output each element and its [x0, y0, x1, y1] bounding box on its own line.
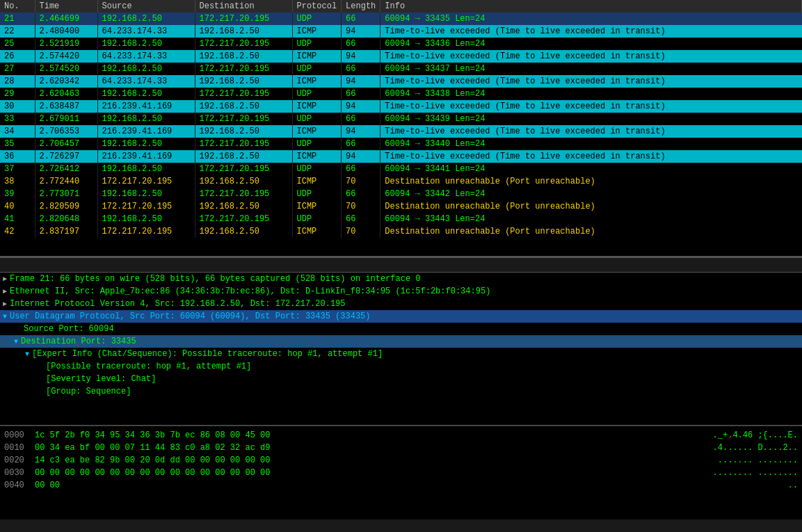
cell-5: 66: [342, 38, 380, 50]
cell-3: 172.217.20.195: [195, 113, 292, 125]
cell-4: ICMP: [292, 100, 342, 113]
detail-row-udp[interactable]: ▼User Datagram Protocol, Src Port: 60094…: [0, 310, 802, 323]
cell-3: 192.168.2.50: [195, 75, 292, 88]
cell-5: 70: [342, 175, 380, 188]
cell-6: Destination unreachable (Port unreachabl…: [380, 200, 802, 213]
detail-row-group[interactable]: [Group: Sequence]: [0, 385, 802, 398]
cell-6: Destination unreachable (Port unreachabl…: [380, 175, 802, 188]
detail-row-ipv4[interactable]: ►Internet Protocol Version 4, Src: 192.1…: [0, 298, 802, 310]
detail-row-frame[interactable]: ►Frame 21: 66 bytes on wire (528 bits), …: [0, 273, 802, 285]
cell-1: 2.464699: [35, 13, 97, 25]
cell-1: 2.638487: [35, 100, 97, 113]
cell-2: 216.239.41.169: [97, 125, 195, 138]
table-row[interactable]: 212.464699192.168.2.50172.217.20.195UDP6…: [0, 13, 802, 25]
cell-2: 192.168.2.50: [97, 138, 195, 150]
detail-row-severity[interactable]: [Severity level: Chat]: [0, 373, 802, 385]
cell-4: ICMP: [292, 225, 342, 238]
cell-4: ICMP: [292, 200, 342, 213]
arrow-frame: ►: [3, 275, 7, 283]
table-row[interactable]: 332.679011192.168.2.50172.217.20.195UDP6…: [0, 113, 802, 125]
arrow-ethernet: ►: [3, 288, 7, 296]
packet-table-container: No. Time Source Destination Protocol Len…: [0, 0, 802, 257]
cell-5: 94: [342, 100, 380, 113]
cell-6: 60094 → 33438 Len=24: [380, 88, 802, 100]
cell-0: 21: [0, 13, 35, 25]
table-row[interactable]: 262.57442064.233.174.33192.168.2.50ICMP9…: [0, 50, 802, 63]
hex-offset: 0000: [4, 429, 29, 442]
table-row[interactable]: 222.48040064.233.174.33192.168.2.50ICMP9…: [0, 25, 802, 38]
cell-4: UDP: [292, 163, 342, 175]
hex-bytes: 14 c3 ea be 82 9b 00 20 0d dd 00 00 00 0…: [35, 454, 712, 467]
cell-6: Time-to-live exceeded (Time to live exce…: [380, 25, 802, 38]
detail-row-expert-info[interactable]: ▼[Expert Info (Chat/Sequence): Possible …: [0, 348, 802, 360]
table-row[interactable]: 252.521919192.168.2.50172.217.20.195UDP6…: [0, 38, 802, 50]
cell-6: Time-to-live exceeded (Time to live exce…: [380, 150, 802, 163]
detail-row-ethernet[interactable]: ►Ethernet II, Src: Apple_7b:ec:86 (34:36…: [0, 285, 802, 298]
hex-bytes: 1c 5f 2b f0 34 95 34 36 3b 7b ec 86 08 0…: [35, 429, 707, 442]
table-row[interactable]: 422.837197172.217.20.195192.168.2.50ICMP…: [0, 225, 802, 238]
cell-2: 192.168.2.50: [97, 63, 195, 75]
cell-6: 60094 → 33442 Len=24: [380, 188, 802, 200]
table-row[interactable]: 372.726412192.168.2.50172.217.20.195UDP6…: [0, 163, 802, 175]
cell-1: 2.679011: [35, 113, 97, 125]
table-row[interactable]: 392.773071192.168.2.50172.217.20.195UDP6…: [0, 188, 802, 200]
hex-row: 002014 c3 ea be 82 9b 00 20 0d dd 00 00 …: [4, 454, 798, 467]
cell-5: 94: [342, 75, 380, 88]
cell-0: 30: [0, 100, 35, 113]
hex-bytes: 00 00: [35, 479, 783, 492]
cell-3: 172.217.20.195: [195, 163, 292, 175]
cell-4: UDP: [292, 138, 342, 150]
cell-2: 172.217.20.195: [97, 175, 195, 188]
table-row[interactable]: 272.574520192.168.2.50172.217.20.195UDP6…: [0, 63, 802, 75]
table-row[interactable]: 342.706353216.239.41.169192.168.2.50ICMP…: [0, 125, 802, 138]
cell-4: UDP: [292, 213, 342, 225]
table-row[interactable]: 302.638487216.239.41.169192.168.2.50ICMP…: [0, 100, 802, 113]
cell-0: 41: [0, 213, 35, 225]
cell-0: 22: [0, 25, 35, 38]
table-row[interactable]: 402.820509172.217.20.195192.168.2.50ICMP…: [0, 200, 802, 213]
cell-6: Time-to-live exceeded (Time to live exce…: [380, 100, 802, 113]
col-header-protocol: Protocol: [292, 0, 342, 13]
cell-0: 35: [0, 138, 35, 150]
table-row[interactable]: 282.62034264.233.174.33192.168.2.50ICMP9…: [0, 75, 802, 88]
cell-0: 27: [0, 63, 35, 75]
cell-0: 42: [0, 225, 35, 238]
hex-row: 00001c 5f 2b f0 34 95 34 36 3b 7b ec 86 …: [4, 429, 798, 442]
cell-5: 94: [342, 125, 380, 138]
hex-ascii: ........ ........: [713, 467, 798, 479]
cell-2: 172.217.20.195: [97, 200, 195, 213]
cell-0: 25: [0, 38, 35, 50]
detail-row-dst-port[interactable]: ▼Destination Port: 33435: [0, 335, 802, 348]
cell-3: 192.168.2.50: [195, 125, 292, 138]
cell-6: Destination unreachable (Port unreachabl…: [380, 225, 802, 238]
table-row[interactable]: 292.620463192.168.2.50172.217.20.195UDP6…: [0, 88, 802, 100]
cell-6: Time-to-live exceeded (Time to live exce…: [380, 50, 802, 63]
cell-2: 192.168.2.50: [97, 213, 195, 225]
cell-3: 172.217.20.195: [195, 88, 292, 100]
table-row[interactable]: 352.706457192.168.2.50172.217.20.195UDP6…: [0, 138, 802, 150]
cell-1: 2.726412: [35, 163, 97, 175]
cell-0: 37: [0, 163, 35, 175]
cell-2: 64.233.174.33: [97, 50, 195, 63]
cell-4: ICMP: [292, 75, 342, 88]
cell-1: 2.521919: [35, 38, 97, 50]
cell-4: ICMP: [292, 150, 342, 163]
hex-ascii: ..: [788, 479, 798, 492]
cell-5: 66: [342, 13, 380, 25]
cell-3: 192.168.2.50: [195, 25, 292, 38]
table-row[interactable]: 362.726297216.239.41.169192.168.2.50ICMP…: [0, 150, 802, 163]
detail-text-ethernet: Ethernet II, Src: Apple_7b:ec:86 (34:36:…: [10, 287, 490, 296]
table-row[interactable]: 382.772440172.217.20.195192.168.2.50ICMP…: [0, 175, 802, 188]
cell-0: 36: [0, 150, 35, 163]
cell-5: 94: [342, 50, 380, 63]
detail-text-frame: Frame 21: 66 bytes on wire (528 bits), 6…: [10, 274, 421, 284]
table-row[interactable]: 412.820648192.168.2.50172.217.20.195UDP6…: [0, 213, 802, 225]
detail-text-dst-port: Destination Port: 33435: [21, 337, 136, 346]
pane-divider[interactable]: [0, 257, 802, 273]
hex-offset: 0030: [4, 467, 29, 479]
cell-5: 70: [342, 200, 380, 213]
detail-row-traceroute[interactable]: [Possible traceroute: hop #1, attempt #1…: [0, 360, 802, 373]
hex-offset: 0010: [4, 442, 29, 454]
cell-2: 216.239.41.169: [97, 150, 195, 163]
detail-row-src-port[interactable]: Source Port: 60094: [0, 323, 802, 335]
